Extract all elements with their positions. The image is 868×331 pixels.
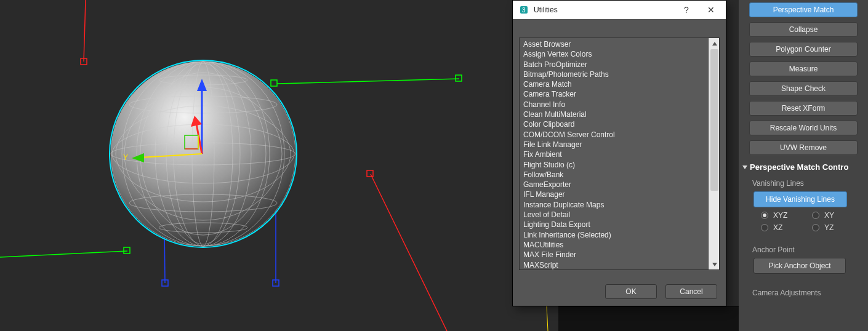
hide-vanishing-lines-button[interactable]: Hide Vanishing Lines <box>753 191 847 207</box>
utilities-list-item[interactable]: Clean MultiMaterial <box>520 110 709 119</box>
radio-xz[interactable]: XZ <box>761 223 805 232</box>
utilities-list-item[interactable]: Fix Ambient <box>520 150 709 159</box>
svg-line-15 <box>547 306 548 331</box>
utilities-listbox[interactable]: Asset BrowserAssign Vertex ColorsBatch P… <box>519 38 720 270</box>
camera-adjustments-label: Camera Adjustments <box>739 274 868 300</box>
rollout-perspective-match-controls[interactable]: Perspective Match Contro <box>739 160 868 174</box>
dialog-button-row: OK Cancel <box>513 277 726 306</box>
utilities-list-item[interactable]: Asset Browser <box>520 39 709 49</box>
dialog-titlebar[interactable]: 3 Utilities ? ✕ <box>513 1 726 19</box>
utilities-list-item[interactable]: Flight Studio (c) <box>520 160 709 170</box>
utilities-list-item[interactable]: Color Clipboard <box>520 119 709 129</box>
svg-text:3: 3 <box>522 7 526 14</box>
util-btn-polygon-counter[interactable]: Polygon Counter <box>749 42 858 57</box>
util-btn-rescale-world[interactable]: Rescale World Units <box>749 121 858 135</box>
utilities-list-item[interactable]: Bitmap/Photometric Paths <box>520 70 709 79</box>
utilities-list-item[interactable]: Channel Info <box>520 100 709 110</box>
utilities-list-item[interactable]: Batch ProOptimizer <box>520 60 709 70</box>
svg-line-0 <box>0 251 127 257</box>
radio-xyz[interactable]: XYZ <box>761 211 805 220</box>
utilities-list-item[interactable]: GameExporter <box>520 180 709 189</box>
scrollbar[interactable] <box>709 38 719 269</box>
dialog-title: Utilities <box>534 6 558 14</box>
utilities-list-item[interactable]: IFL Manager <box>520 189 709 199</box>
close-button[interactable]: ✕ <box>699 1 723 19</box>
utilities-list-item[interactable]: Link Inheritance (Selected) <box>520 230 709 240</box>
utilities-list-item[interactable]: MAXScript <box>520 260 709 269</box>
anchor-point-label: Anchor Point <box>739 241 868 257</box>
command-panel: Perspective Match Collapse Polygon Count… <box>739 0 868 331</box>
utilities-list-item[interactable]: MACUtilities <box>520 240 709 250</box>
util-btn-shape-check[interactable]: Shape Check <box>749 81 858 96</box>
svg-rect-4 <box>456 75 462 81</box>
utilities-list-item[interactable]: Camera Tracker <box>520 89 709 99</box>
utilities-list-item[interactable]: Level of Detail <box>520 210 709 220</box>
radio-xy[interactable]: XY <box>812 211 856 220</box>
svg-line-7 <box>371 174 447 331</box>
util-btn-reset-xform[interactable]: Reset XForm <box>749 101 858 116</box>
app-icon: 3 <box>519 5 529 15</box>
utilities-list-item[interactable]: Lighting Data Export <box>520 220 709 229</box>
pick-anchor-object-button[interactable]: Pick Anchor Object <box>753 258 846 274</box>
cancel-button[interactable]: Cancel <box>665 284 717 299</box>
utilities-list-item[interactable]: File Link Manager <box>520 140 709 150</box>
svg-rect-8 <box>367 170 373 177</box>
help-button[interactable]: ? <box>674 1 699 19</box>
rollout-title: Perspective Match Contro <box>750 162 848 172</box>
axis-radio-group: XYZ XY XZ YZ <box>746 207 861 232</box>
utilities-list-item[interactable]: Camera Match <box>520 79 709 89</box>
ok-button[interactable]: OK <box>605 284 657 299</box>
util-btn-perspective-match[interactable]: Perspective Match <box>749 2 858 17</box>
utilities-dialog: 3 Utilities ? ✕ Asset BrowserAssign Vert… <box>512 0 726 306</box>
svg-line-2 <box>277 79 459 84</box>
util-btn-uvw-remove[interactable]: UVW Remove <box>749 140 858 155</box>
svg-rect-1 <box>124 247 130 253</box>
scroll-down-button[interactable] <box>709 259 720 269</box>
scroll-up-button[interactable] <box>709 38 720 49</box>
utilities-list-item[interactable]: Assign Vertex Colors <box>520 49 709 59</box>
app-root: Y 3 Utilities ? ✕ Asset BrowserAssign Ve… <box>0 0 868 331</box>
radio-yz[interactable]: YZ <box>812 223 856 232</box>
svg-marker-46 <box>712 263 717 266</box>
svg-line-5 <box>84 0 86 62</box>
utilities-list-item[interactable]: Instance Duplicate Maps <box>520 200 709 210</box>
lower-dark-region <box>558 306 739 331</box>
chevron-down-icon <box>742 166 747 169</box>
util-btn-measure[interactable]: Measure <box>749 62 858 76</box>
svg-marker-45 <box>712 42 717 46</box>
vanishing-lines-label: Vanishing Lines <box>739 174 868 190</box>
scroll-thumb[interactable] <box>710 49 718 191</box>
gizmo-y-label: Y <box>123 153 128 162</box>
utilities-list-item[interactable]: COM/DCOM Server Control <box>520 130 709 140</box>
utilities-list-item[interactable]: Follow/Bank <box>520 170 709 180</box>
utilities-list-item[interactable]: MAX File Finder <box>520 250 709 260</box>
util-btn-collapse[interactable]: Collapse <box>749 22 858 37</box>
svg-rect-3 <box>271 80 277 86</box>
